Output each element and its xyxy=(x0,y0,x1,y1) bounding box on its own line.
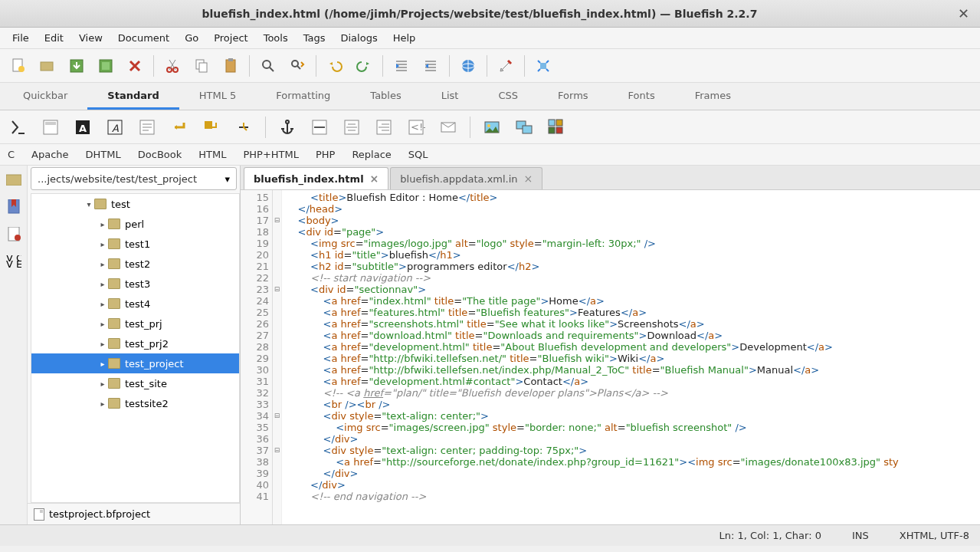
category-tab-css[interactable]: CSS xyxy=(478,84,538,110)
tree-item-perl[interactable]: ▸perl xyxy=(31,214,239,234)
nbsp-button[interactable] xyxy=(230,113,257,141)
status-encoding[interactable]: XHTML, UTF-8 xyxy=(900,530,969,541)
code-content[interactable]: <title>Bluefish Editor : Home</title> </… xyxy=(282,190,980,524)
tree-item-test2[interactable]: ▸test2 xyxy=(31,254,239,274)
search-replace-button[interactable] xyxy=(284,52,311,80)
charmap-icon[interactable]: V CV E xyxy=(5,253,23,271)
menu-go[interactable]: Go xyxy=(177,29,206,47)
lang-tab-docbook[interactable]: DocBook xyxy=(135,147,185,162)
tree-item-test1[interactable]: ▸test1 xyxy=(31,234,239,254)
category-tab-tables[interactable]: Tables xyxy=(350,84,421,110)
category-tab-list[interactable]: List xyxy=(421,84,479,110)
tree-item-testsite2[interactable]: ▸testsite2 xyxy=(31,393,239,413)
menu-help[interactable]: Help xyxy=(385,29,424,47)
bookmarks-icon[interactable] xyxy=(5,198,23,216)
snippets-icon[interactable] xyxy=(5,225,23,244)
menu-tools[interactable]: Tools xyxy=(256,29,296,47)
copy-button[interactable] xyxy=(188,52,215,80)
save-button[interactable] xyxy=(63,52,90,80)
menu-document[interactable]: Document xyxy=(110,29,177,47)
rightalign-button[interactable] xyxy=(370,113,398,141)
tree-expander-icon[interactable]: ▸ xyxy=(97,220,108,228)
tree-expander-icon[interactable]: ▸ xyxy=(97,280,108,288)
tree-expander-icon[interactable]: ▸ xyxy=(97,240,108,248)
new-file-button[interactable] xyxy=(5,52,32,80)
lang-tab-php-html[interactable]: PHP+HTML xyxy=(240,147,302,162)
tree-item-test_project[interactable]: ▸test_project xyxy=(31,353,239,373)
menu-view[interactable]: View xyxy=(71,29,110,47)
category-tab-standard[interactable]: Standard xyxy=(87,84,179,110)
menu-dialogs[interactable]: Dialogs xyxy=(333,29,385,47)
save-as-button[interactable] xyxy=(92,52,120,80)
lang-tab-html[interactable]: HTML xyxy=(195,147,229,162)
tree-expander-icon[interactable]: ▸ xyxy=(97,260,108,268)
center-button[interactable] xyxy=(338,113,365,141)
tree-item-test_prj[interactable]: ▸test_prj xyxy=(31,314,239,334)
file-tab-close-icon[interactable]: × xyxy=(524,172,533,185)
category-tab-html-5[interactable]: HTML 5 xyxy=(179,84,257,110)
undo-button[interactable] xyxy=(321,52,349,80)
fold-column[interactable]: ⊟⊟⊟⊟ xyxy=(273,190,282,524)
preview-button[interactable] xyxy=(454,52,482,80)
search-button[interactable] xyxy=(254,52,282,80)
close-file-button[interactable] xyxy=(121,52,149,80)
lang-tab-c[interactable]: C xyxy=(5,147,18,162)
tree-item-test3[interactable]: ▸test3 xyxy=(31,274,239,294)
image-button[interactable] xyxy=(478,113,506,141)
lang-tab-sql[interactable]: SQL xyxy=(405,147,431,162)
category-tab-quickbar[interactable]: Quickbar xyxy=(3,84,87,110)
comment-button[interactable]: <!-- xyxy=(402,113,430,141)
break-button[interactable] xyxy=(166,113,193,141)
category-tab-frames[interactable]: Frames xyxy=(675,84,751,110)
anchor-button[interactable] xyxy=(274,113,301,141)
paste-button[interactable] xyxy=(217,52,244,80)
lang-tab-replace[interactable]: Replace xyxy=(349,147,394,162)
project-selector[interactable]: ...jects/website/test/test_project ▾ xyxy=(31,167,237,190)
cut-button[interactable] xyxy=(159,52,186,80)
paragraph-button[interactable] xyxy=(133,113,161,141)
tree-expander-icon[interactable]: ▸ xyxy=(97,300,108,308)
menu-project[interactable]: Project xyxy=(206,29,255,47)
file-tab-close-icon[interactable]: × xyxy=(370,172,379,185)
body-button[interactable] xyxy=(37,113,64,141)
fullscreen-button[interactable] xyxy=(529,52,557,80)
tree-expander-icon[interactable]: ▸ xyxy=(97,399,108,408)
category-tab-forms[interactable]: Forms xyxy=(538,84,608,110)
menu-edit[interactable]: Edit xyxy=(37,29,71,47)
unindent-button[interactable] xyxy=(388,52,415,80)
thumbnail-button[interactable] xyxy=(510,113,538,141)
quickstart-button[interactable] xyxy=(5,113,32,141)
menu-file[interactable]: File xyxy=(5,29,37,47)
email-button[interactable] xyxy=(434,113,462,141)
tree-item-test_prj2[interactable]: ▸test_prj2 xyxy=(31,334,239,353)
tree-item-test4[interactable]: ▸test4 xyxy=(31,294,239,314)
category-tab-formatting[interactable]: Formatting xyxy=(256,84,350,110)
redo-button[interactable] xyxy=(350,52,378,80)
tree-expander-icon[interactable]: ▾ xyxy=(84,200,94,209)
project-file-row[interactable]: testproject.bfproject xyxy=(28,503,240,524)
italic-button[interactable]: A xyxy=(101,113,129,141)
status-insert-mode[interactable]: INS xyxy=(852,530,869,541)
lang-tab-apache[interactable]: Apache xyxy=(28,147,72,162)
category-tab-fonts[interactable]: Fonts xyxy=(608,84,675,110)
menu-tags[interactable]: Tags xyxy=(296,29,333,47)
file-tab[interactable]: bluefish_index.html× xyxy=(244,167,388,189)
code-editor[interactable]: 1516171819202122232425262728293031323334… xyxy=(241,190,980,524)
open-file-button[interactable] xyxy=(34,52,61,80)
preferences-button[interactable] xyxy=(492,52,519,80)
rule-button[interactable] xyxy=(306,113,333,141)
tree-item-test[interactable]: ▾test xyxy=(31,194,239,214)
file-tab[interactable]: bluefish.appdata.xml.in× xyxy=(390,167,542,189)
tree-expander-icon[interactable]: ▸ xyxy=(97,360,108,368)
tree-expander-icon[interactable]: ▸ xyxy=(97,380,108,388)
window-close-button[interactable]: ✕ xyxy=(953,5,974,21)
filebrowser-icon[interactable] xyxy=(5,170,23,189)
multithumbnail-button[interactable] xyxy=(542,113,570,141)
tree-item-test_site[interactable]: ▸test_site xyxy=(31,373,239,393)
indent-button[interactable] xyxy=(417,52,444,80)
breakclear-button[interactable] xyxy=(198,113,225,141)
tree-expander-icon[interactable]: ▸ xyxy=(97,340,108,348)
file-tree[interactable]: ▾test▸perl▸test1▸test2▸test3▸test4▸test_… xyxy=(31,193,240,503)
lang-tab-php[interactable]: PHP xyxy=(313,147,338,162)
tree-expander-icon[interactable]: ▸ xyxy=(97,320,108,328)
